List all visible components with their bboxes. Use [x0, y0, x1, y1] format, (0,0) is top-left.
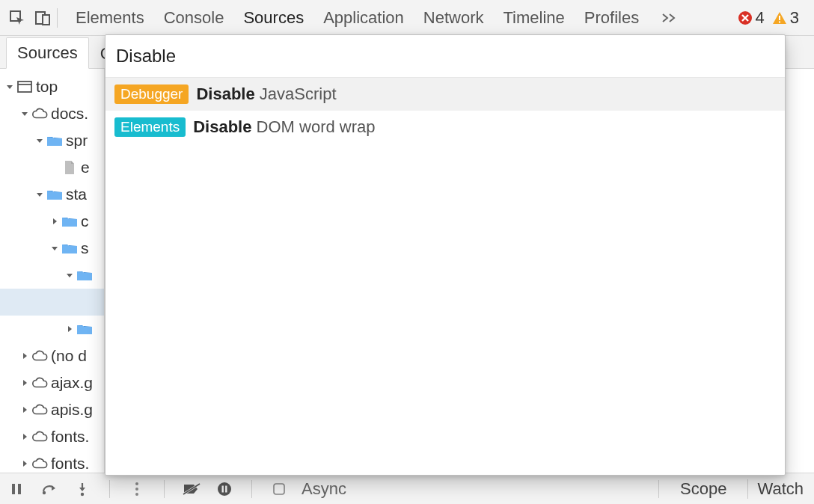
status-area: 4 3 — [738, 8, 804, 28]
device-toolbar-button[interactable] — [30, 6, 55, 30]
caret-down-icon[interactable] — [4, 83, 15, 90]
caret-right-icon[interactable] — [19, 433, 30, 440]
cloud-icon — [31, 377, 48, 389]
pause-button[interactable] — [6, 479, 27, 500]
tab-network[interactable]: Network — [420, 7, 487, 29]
svg-rect-4 — [779, 16, 780, 20]
svg-point-10 — [43, 491, 46, 494]
folder-icon — [76, 323, 93, 335]
step-into-icon — [76, 482, 89, 497]
tree-node-label: docs. — [51, 105, 88, 123]
warning-icon[interactable] — [772, 10, 787, 25]
device-icon — [34, 10, 51, 26]
svg-point-14 — [135, 493, 138, 496]
tab-sources[interactable]: Sources — [240, 7, 307, 29]
checkbox-icon — [272, 482, 286, 496]
async-checkbox[interactable] — [269, 479, 290, 500]
svg-rect-6 — [18, 82, 31, 92]
step-over-button[interactable] — [39, 479, 60, 500]
pause-icon — [10, 482, 23, 496]
tab-profiles[interactable]: Profiles — [581, 7, 642, 29]
cloud-icon — [31, 350, 48, 362]
caret-down-icon[interactable] — [64, 271, 75, 279]
command-label: Disable DOM word wrap — [193, 117, 375, 137]
tree-row[interactable]: fonts. — [0, 423, 104, 450]
debugger-toolbar: Async Scope Watch — [0, 473, 814, 504]
divider — [251, 480, 252, 498]
chevron-double-right-icon — [661, 13, 678, 23]
caret-right-icon[interactable] — [19, 406, 30, 414]
deactivate-breakpoints-button[interactable] — [181, 479, 202, 500]
tree-row[interactable]: docs. — [0, 100, 104, 127]
tree-row[interactable]: apis.g — [0, 396, 104, 423]
cloud-icon — [31, 404, 48, 416]
subtab-sources[interactable]: Sources — [6, 37, 89, 69]
tree-row[interactable] — [0, 289, 104, 316]
command-category-tag: Elements — [114, 117, 186, 137]
tree-row[interactable]: e — [0, 154, 104, 181]
error-icon[interactable] — [738, 10, 753, 25]
tab-timeline[interactable]: Timeline — [500, 7, 567, 29]
divider — [658, 480, 659, 498]
tree-node-label: sta — [66, 185, 87, 203]
caret-down-icon[interactable] — [34, 137, 45, 144]
kebab-icon — [135, 482, 139, 497]
command-menu-item[interactable]: ElementsDisable DOM word wrap — [105, 111, 785, 144]
svg-rect-5 — [779, 21, 780, 22]
file-navigator[interactable]: topdocs.sprestacs(no dajax.gapis.gfonts.… — [0, 69, 105, 473]
tab-elements[interactable]: Elements — [73, 7, 147, 29]
svg-point-13 — [135, 488, 138, 491]
caret-down-icon[interactable] — [19, 110, 30, 117]
tab-console[interactable]: Console — [161, 7, 227, 29]
svg-rect-8 — [12, 484, 15, 494]
tree-row[interactable]: spr — [0, 127, 104, 154]
tree-row[interactable]: ajax.g — [0, 369, 104, 396]
tree-row[interactable]: fonts. — [0, 450, 104, 473]
tree-row[interactable]: sta — [0, 181, 104, 208]
caret-down-icon[interactable] — [34, 191, 45, 198]
folder-icon — [46, 135, 63, 147]
tree-node-label: ajax.g — [51, 374, 93, 392]
error-count: 4 — [756, 8, 765, 28]
tree-row[interactable]: (no d — [0, 342, 104, 369]
tab-overflow-button[interactable] — [655, 13, 684, 23]
caret-right-icon[interactable] — [19, 352, 30, 360]
caret-right-icon[interactable] — [19, 460, 30, 467]
tree-node-label: spr — [66, 132, 88, 150]
caret-right-icon[interactable] — [49, 218, 60, 225]
caret-down-icon[interactable] — [49, 245, 60, 252]
folder-icon — [76, 269, 93, 281]
folder-icon — [61, 242, 78, 254]
more-button[interactable] — [126, 479, 147, 500]
command-menu-item[interactable]: DebuggerDisable JavaScript — [105, 78, 785, 111]
tree-row[interactable] — [0, 262, 104, 289]
step-into-button[interactable] — [72, 479, 93, 500]
caret-right-icon[interactable] — [19, 379, 30, 387]
caret-right-icon[interactable] — [64, 325, 75, 333]
command-menu: Disable DebuggerDisable JavaScriptElemen… — [105, 34, 786, 476]
svg-point-12 — [135, 482, 138, 485]
tree-node-label: s — [81, 239, 89, 257]
divider — [164, 480, 165, 498]
tree-row[interactable]: top — [0, 73, 104, 100]
divider — [109, 480, 110, 498]
cloud-icon — [31, 108, 48, 120]
command-label: Disable JavaScript — [196, 84, 336, 104]
tree-row[interactable]: s — [0, 235, 104, 262]
devtools-toolbar: Elements Console Sources Application Net… — [0, 0, 814, 36]
svg-rect-9 — [18, 484, 21, 494]
tab-application[interactable]: Application — [320, 7, 407, 29]
watch-tab[interactable]: Watch — [747, 479, 808, 499]
svg-point-15 — [218, 482, 231, 496]
tree-node-label: (no d — [51, 347, 87, 365]
inspect-element-button[interactable] — [4, 6, 30, 30]
step-over-icon — [41, 482, 58, 496]
tree-row[interactable]: c — [0, 208, 104, 235]
inspect-icon — [9, 10, 25, 26]
scope-tab[interactable]: Scope — [676, 479, 731, 499]
tree-row[interactable] — [0, 316, 104, 342]
command-menu-input[interactable]: Disable — [105, 35, 785, 78]
svg-rect-17 — [225, 485, 227, 492]
pause-on-exceptions-button[interactable] — [214, 479, 235, 500]
tree-node-label: fonts. — [51, 455, 89, 473]
